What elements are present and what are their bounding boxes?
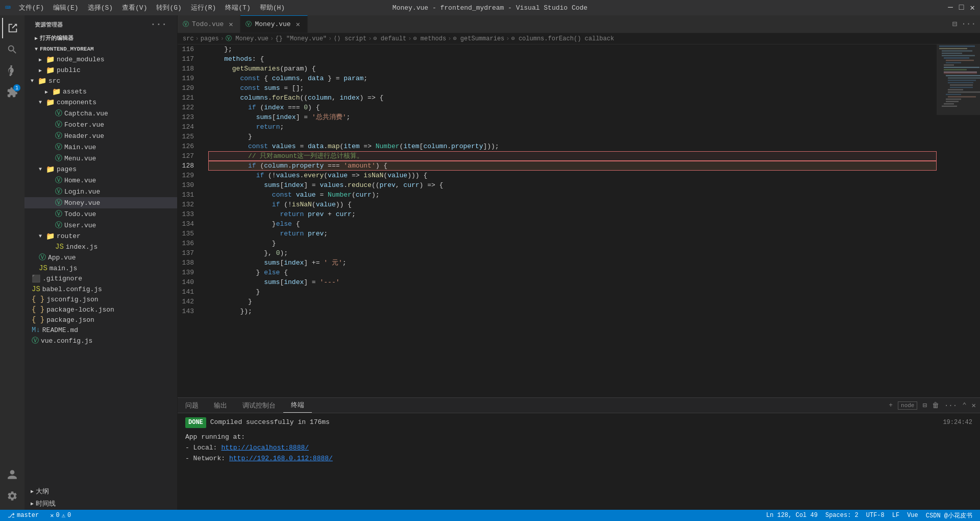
tree-index-js[interactable]: JS index.js [24,242,177,252]
panel-tab-terminal[interactable]: 终端 [283,398,312,413]
close-panel-icon[interactable]: ✕ [972,401,976,410]
tab-todo-vue[interactable]: Ⓥ Todo.vue ✕ [178,15,240,33]
more-terminal-icon[interactable]: ··· [944,401,957,410]
split-editor-icon[interactable]: ⊟ [952,19,958,29]
tree-menu-vue[interactable]: Ⓥ Menu.vue [24,153,177,164]
line-122: 122 [178,103,199,112]
activity-source-control[interactable] [2,61,22,81]
tree-footer-vue[interactable]: Ⓥ Footer.vue [24,119,177,130]
language-label: Vue [907,512,918,519]
js-icon: JS [39,264,47,272]
status-spaces[interactable]: Spaces: 2 [823,512,861,519]
project-section[interactable]: ▼ FRONTEND_MYDREAM [24,44,177,54]
open-editors-section[interactable]: ▶ 打开的编辑器 [24,32,177,44]
menu-select[interactable]: 选择(S) [84,2,117,13]
breadcrumb-getsummaries[interactable]: ⊙ getSummaries [453,35,504,42]
tree-router[interactable]: ▼ 📁 router [24,231,177,242]
tree-components[interactable]: ▼ 📁 components [24,97,177,108]
breadcrumb-default[interactable]: ⊙ default [373,35,406,42]
sidebar-more-icon[interactable]: ··· [151,19,167,30]
readme-label: README.md [42,326,78,334]
tree-money-vue[interactable]: Ⓥ Money.vue [24,197,177,208]
outline-label: 大纲 [36,487,49,496]
menu-terminal[interactable]: 终端(T) [221,2,254,13]
menu-file[interactable]: 文件(F) [15,2,48,13]
tree-vue-config[interactable]: Ⓥ vue.config.js [24,335,177,346]
tree-header-vue[interactable]: Ⓥ Header.vue [24,130,177,141]
tab-todo-close-icon[interactable]: ✕ [227,20,235,28]
status-ln-col[interactable]: Ln 128, Col 49 [764,512,820,519]
network-url[interactable]: http://192.168.0.112:8888/ [229,454,333,464]
tree-public[interactable]: ▶ 📁 public [24,65,177,76]
breadcrumb-script[interactable]: ⟨⟩ script [333,35,366,42]
breadcrumb-obj[interactable]: {} "Money.vue" [275,35,327,42]
status-errors[interactable]: ✕ 0 ⚠ 0 [47,512,74,519]
local-url[interactable]: http://localhost:8888/ [221,443,309,454]
pkg-json-label: package.json [46,316,94,324]
new-terminal-icon[interactable]: + [889,401,893,409]
tree-node-modules[interactable]: ▶ 📁 node_modules [24,54,177,65]
panel-tab-output[interactable]: 输出 [206,398,235,413]
maximize-panel-icon[interactable]: ⌃ [962,401,966,410]
status-git-branch[interactable]: ⎇ master [5,512,41,519]
tree-src[interactable]: ▼ 📁 src [24,76,177,86]
more-tabs-icon[interactable]: ··· [961,19,976,29]
menu-help[interactable]: 帮助(H) [256,2,289,13]
tree-gitignore[interactable]: ⬛ .gitignore [24,273,177,284]
tree-babel[interactable]: JS babel.config.js [24,284,177,294]
minimize-icon[interactable]: ─ [948,3,953,12]
code-area[interactable]: }; methods: { getSummaries(param) { cons… [203,44,937,397]
tree-login-vue[interactable]: Ⓥ Login.vue [24,186,177,197]
tree-pkg-lock[interactable]: { } package-lock.json [24,304,177,315]
tree-jsconfig[interactable]: { } jsconfig.json [24,294,177,304]
tree-readme[interactable]: M↓ README.md [24,325,177,335]
split-terminal-icon[interactable]: ⊟ [922,401,926,410]
outline-section[interactable]: ▶ 大纲 [24,485,177,498]
code-line-143: }); [208,306,937,316]
breadcrumb-callback[interactable]: ⊙ columns.forEach() callback [511,35,614,42]
status-encoding[interactable]: UTF-8 [864,512,887,519]
json-icon: { } [32,305,44,314]
tree-pages[interactable]: ▼ 📁 pages [24,164,177,175]
code-line-139: } else { [208,268,937,277]
code-line-141: } [208,287,937,297]
activity-search[interactable] [2,39,22,60]
activity-account[interactable] [2,464,22,485]
menu-view[interactable]: 查看(V) [118,2,151,13]
status-line-ending[interactable]: LF [890,512,902,519]
line-129: 129 [178,171,199,180]
breadcrumb-methods[interactable]: ⊙ methods [413,35,446,42]
kill-terminal-icon[interactable]: 🗑 [932,401,939,410]
tree-pkg-json[interactable]: { } package.json [24,315,177,325]
tree-captcha-vue[interactable]: Ⓥ Captcha.vue [24,108,177,119]
breadcrumb-file[interactable]: Ⓥ Money.vue [226,34,268,43]
activity-extensions[interactable]: 1 [2,82,22,103]
status-language[interactable]: Vue [904,512,921,519]
menu-edit[interactable]: 编辑(E) [49,2,82,13]
activity-settings[interactable] [2,486,22,506]
code-line-117: methods: { [208,54,937,64]
router-label: router [57,232,81,240]
panel-tab-problems[interactable]: 问题 [178,398,206,413]
tree-assets[interactable]: ▶ 📁 assets [24,86,177,97]
panel-tab-debug[interactable]: 调试控制台 [235,398,283,413]
tab-money-close-icon[interactable]: ✕ [294,20,302,29]
tree-main-vue[interactable]: Ⓥ Main.vue [24,141,177,153]
code-line-122: if (index === 0) { [208,103,937,112]
tree-todo-vue[interactable]: Ⓥ Todo.vue [24,208,177,220]
line-126: 126 [178,141,199,151]
tree-home-vue[interactable]: Ⓥ Home.vue [24,175,177,186]
activity-explorer[interactable] [2,18,22,38]
maximize-icon[interactable]: □ [959,3,964,12]
close-icon[interactable]: ✕ [970,3,975,13]
tab-money-vue[interactable]: Ⓥ Money.vue ✕ [240,15,307,33]
tree-user-vue[interactable]: Ⓥ User.vue [24,220,177,231]
timeline-section[interactable]: ▶ 时间线 [24,498,177,510]
menu-goto[interactable]: 转到(G) [152,2,185,13]
tree-main-js[interactable]: JS main.js [24,263,177,273]
breadcrumb-pages[interactable]: pages [201,35,219,42]
tree-app-vue[interactable]: Ⓥ App.vue [24,252,177,263]
breadcrumb-src[interactable]: src [183,35,194,42]
menu-run[interactable]: 运行(R) [187,2,220,13]
pkg-lock-label: package-lock.json [46,306,114,314]
